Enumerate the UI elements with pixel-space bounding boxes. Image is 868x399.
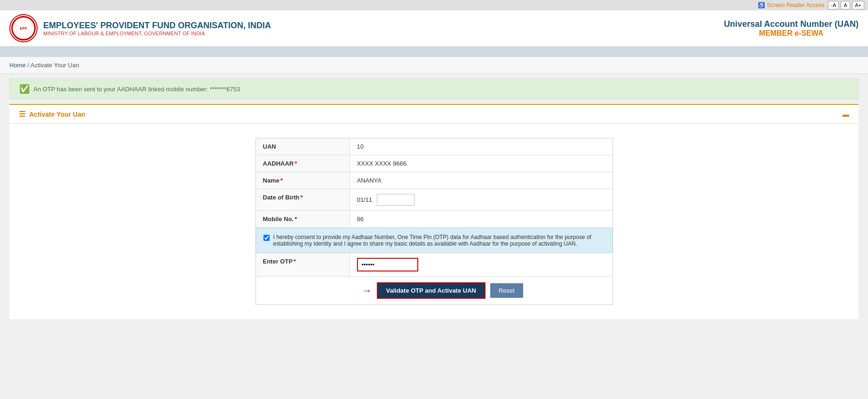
reset-button[interactable]: Reset bbox=[490, 283, 523, 298]
main-content: UAN 10 AADHAAR* XXXX XXXX 9666 Name* ANA… bbox=[9, 124, 859, 319]
org-name-block: EMPLOYEES' PROVIDENT FUND ORGANISATION, … bbox=[43, 21, 271, 36]
breadcrumb-home[interactable]: Home bbox=[9, 62, 26, 69]
breadcrumb-current: Activate Your Uan bbox=[31, 62, 79, 69]
top-bar: ♿ Screen Reader Access -A A A+ bbox=[0, 0, 868, 10]
activate-uan-form: UAN 10 AADHAAR* XXXX XXXX 9666 Name* ANA… bbox=[255, 138, 613, 305]
screen-reader-label: Screen Reader Access bbox=[767, 2, 824, 8]
breadcrumb: Home / Activate Your Uan bbox=[0, 57, 868, 74]
org-subtitle: MINISTRY OF LABOUR & EMPLOYMENT, GOVERNM… bbox=[43, 31, 271, 36]
screen-reader-link[interactable]: ♿ Screen Reader Access bbox=[758, 2, 824, 8]
success-icon: ✅ bbox=[19, 84, 30, 94]
consent-row: I hereby consent to provide my Aadhaar N… bbox=[256, 228, 613, 253]
otp-required: * bbox=[294, 258, 296, 265]
consent-text: I hereby consent to provide my Aadhaar N… bbox=[273, 234, 605, 247]
section-title: ☰ Activate Your Uan bbox=[19, 110, 85, 119]
uan-label: UAN bbox=[256, 138, 350, 155]
aadhaar-label: AADHAAR* bbox=[256, 155, 350, 172]
validate-otp-button[interactable]: Validate OTP and Activate UAN bbox=[377, 282, 486, 299]
otp-input[interactable] bbox=[357, 258, 418, 271]
uan-row: UAN 10 bbox=[256, 138, 613, 155]
consent-checkbox[interactable] bbox=[263, 235, 270, 241]
section-title-text: Activate Your Uan bbox=[29, 111, 85, 118]
dob-required: * bbox=[301, 194, 303, 201]
dob-input[interactable] bbox=[377, 194, 414, 206]
hamburger-icon: ☰ bbox=[19, 110, 25, 119]
aadhaar-row: AADHAAR* XXXX XXXX 9666 bbox=[256, 155, 613, 172]
buttons-row: → Validate OTP and Activate UAN Reset bbox=[256, 277, 613, 304]
mobile-row: Mobile No.* 86 bbox=[256, 211, 613, 228]
dob-value: 01/11 bbox=[350, 189, 613, 210]
name-row: Name* ANANYA bbox=[256, 172, 613, 189]
org-info: EPF EMPLOYEES' PROVIDENT FUND ORGANISATI… bbox=[9, 14, 271, 42]
site-header: EPF EMPLOYEES' PROVIDENT FUND ORGANISATI… bbox=[0, 10, 868, 47]
name-required: * bbox=[280, 177, 283, 184]
arrow-icon: → bbox=[362, 285, 372, 297]
dob-row: Date of Birth* 01/11 bbox=[256, 189, 613, 211]
uan-value: 10 bbox=[350, 138, 613, 155]
nav-strip bbox=[0, 47, 868, 57]
member-esewa: MEMBER e-SEWA bbox=[724, 29, 859, 38]
uan-info: Universal Account Number (UAN) MEMBER e-… bbox=[724, 19, 859, 38]
uan-title: Universal Account Number (UAN) bbox=[724, 19, 859, 29]
section-header: ☰ Activate Your Uan ▬ bbox=[9, 104, 859, 124]
epf-logo: EPF bbox=[9, 14, 38, 42]
font-normal-button[interactable]: A bbox=[841, 1, 850, 9]
mobile-required: * bbox=[295, 215, 297, 223]
org-title: EMPLOYEES' PROVIDENT FUND ORGANISATION, … bbox=[43, 21, 271, 31]
mobile-value: 86 bbox=[350, 211, 613, 227]
logo-inner: EPF bbox=[11, 16, 36, 40]
otp-value-cell bbox=[350, 253, 613, 276]
mobile-label: Mobile No.* bbox=[256, 211, 350, 227]
aadhaar-required: * bbox=[295, 160, 297, 167]
font-increase-button[interactable]: A+ bbox=[852, 1, 864, 9]
font-decrease-button[interactable]: -A bbox=[828, 1, 839, 9]
success-message-bar: ✅ An OTP has been sent to your AADHAAR l… bbox=[9, 79, 859, 99]
otp-row: Enter OTP* bbox=[256, 253, 613, 277]
name-value: ANANYA bbox=[350, 172, 613, 189]
otp-label: Enter OTP* bbox=[256, 253, 350, 276]
aadhaar-value: XXXX XXXX 9666 bbox=[350, 155, 613, 172]
logo-text: EPF bbox=[20, 26, 27, 31]
dob-label: Date of Birth* bbox=[256, 189, 350, 210]
name-label: Name* bbox=[256, 172, 350, 189]
action-buttons: → Validate OTP and Activate UAN Reset bbox=[362, 282, 523, 299]
success-message-text: An OTP has been sent to your AADHAAR lin… bbox=[33, 86, 240, 93]
font-size-controls: -A A A+ bbox=[828, 1, 864, 9]
collapse-button[interactable]: ▬ bbox=[843, 111, 849, 118]
accessibility-icon: ♿ bbox=[758, 2, 765, 8]
